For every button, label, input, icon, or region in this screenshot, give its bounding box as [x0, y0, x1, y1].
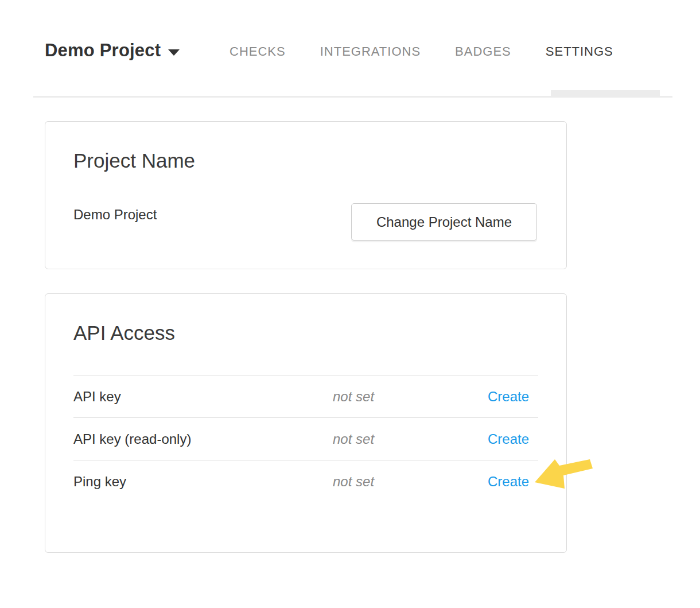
api-key-read-only-label: API key (read-only) — [73, 431, 333, 447]
api-key-label: API key — [73, 389, 333, 405]
tab-checks[interactable]: CHECKS — [230, 44, 286, 59]
header-divider — [33, 96, 672, 98]
project-title: Demo Project — [45, 40, 161, 61]
table-row-ping-key: Ping key not set Create — [73, 460, 538, 502]
main-nav-tabs: CHECKS INTEGRATIONS BADGES SETTINGS — [230, 44, 613, 59]
ping-key-create-link[interactable]: Create — [488, 474, 538, 490]
tab-badges[interactable]: BADGES — [455, 44, 511, 59]
ping-key-value: not set — [333, 474, 488, 490]
project-switcher-dropdown[interactable]: Demo Project — [45, 40, 180, 61]
api-key-create-link[interactable]: Create — [488, 389, 538, 405]
api-key-read-only-value: not set — [333, 431, 488, 447]
tab-settings[interactable]: SETTINGS — [546, 44, 613, 59]
table-row-api-key-read-only: API key (read-only) not set Create — [73, 417, 538, 460]
header: Demo Project CHECKS INTEGRATIONS BADGES … — [0, 0, 700, 98]
project-name-card-title: Project Name — [73, 149, 195, 172]
table-row-api-key: API key not set Create — [73, 375, 538, 417]
change-project-name-button[interactable]: Change Project Name — [351, 203, 537, 241]
ping-key-label: Ping key — [73, 474, 333, 490]
api-access-table: API key not set Create API key (read-onl… — [73, 375, 538, 502]
chevron-down-icon — [168, 49, 180, 56]
api-key-read-only-create-link[interactable]: Create — [488, 431, 538, 447]
tab-integrations[interactable]: INTEGRATIONS — [320, 44, 421, 59]
project-name-value: Demo Project — [73, 207, 157, 223]
api-access-card: API Access API key not set Create API ke… — [45, 293, 567, 553]
api-access-card-title: API Access — [73, 322, 175, 344]
api-key-value: not set — [333, 389, 488, 405]
project-name-card: Project Name Demo Project Change Project… — [45, 121, 567, 269]
